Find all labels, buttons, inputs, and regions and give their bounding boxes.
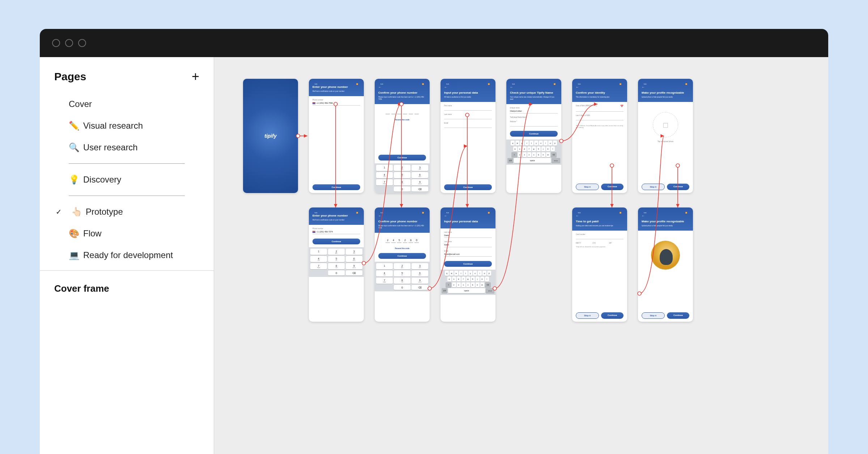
screen-confirm-code[interactable]: 9:41📶 ← Confirm your phone number Please…	[375, 79, 430, 193]
magnifier-icon: 🔍	[69, 142, 80, 153]
check-icon: ✓	[56, 207, 62, 216]
pages-header: Pages +	[40, 57, 214, 93]
page-item-ready[interactable]: 💻 Ready for development	[40, 244, 214, 266]
back-icon[interactable]: ←	[510, 85, 558, 89]
back-icon[interactable]: ←	[576, 214, 624, 218]
avatar-placeholder-icon[interactable]: ◻	[653, 112, 678, 137]
back-icon[interactable]: ←	[576, 85, 624, 89]
screen-payment[interactable]: 9:41📶 ← Time to get paid! Adding your de…	[572, 207, 627, 322]
calendar-icon[interactable]: 📅	[620, 105, 624, 108]
page-item-user-research[interactable]: 🔍 User research	[40, 137, 214, 158]
screen-phone-entry[interactable]: 9:41📶 Enter your phone number We'll text…	[309, 79, 364, 193]
app-logo: tipify	[264, 133, 276, 139]
prototype-screens: tipify 9:41📶 Enter your phone number We'…	[243, 79, 693, 336]
resend-link[interactable]: Resend the code	[378, 119, 426, 121]
screen-profile-upload[interactable]: 9:41📶 ← Make your profile recognizable U…	[638, 79, 693, 193]
continue-button[interactable]: Continue	[510, 131, 558, 137]
screen-personal-data[interactable]: 9:41📶 ← Input your personal data It'll h…	[441, 79, 495, 193]
window-close-dot[interactable]	[52, 39, 60, 47]
divider	[69, 196, 185, 196]
skip-button[interactable]: Skip it	[642, 184, 665, 190]
continue-button[interactable]: Continue	[444, 184, 492, 190]
page-item-flow[interactable]: 🎨 Flow	[40, 223, 214, 244]
bulb-icon: 💡	[69, 175, 80, 185]
design-canvas[interactable]: tipify 9:41📶 Enter your phone number We'…	[214, 57, 828, 454]
continue-button[interactable]: Continue	[312, 184, 360, 190]
pencil-icon: ✏️	[69, 121, 80, 131]
add-page-button[interactable]: +	[192, 70, 199, 83]
continue-button[interactable]: Continue	[667, 184, 689, 190]
screen-confirm-code-filled[interactable]: 9:41📶 ← Confirm your phone number Please…	[375, 207, 430, 322]
continue-button[interactable]: Continue	[601, 312, 624, 319]
screen-tipify-name[interactable]: 9:41📶 ← Check your unique Tipify Name Yo…	[506, 79, 561, 193]
skip-button[interactable]: Skip it	[642, 312, 665, 319]
pages-title: Pages	[54, 70, 86, 83]
skip-button[interactable]: Skip it	[576, 312, 599, 319]
page-item-prototype[interactable]: ✓ 👆🏻 Prototype	[40, 201, 214, 223]
continue-button[interactable]: Continue	[378, 155, 426, 160]
flag-icon	[312, 102, 315, 104]
screen-phone-entry-keypad[interactable]: 9:41📶 Enter your phone number We'll text…	[309, 207, 364, 322]
back-icon[interactable]: ←	[642, 85, 689, 89]
numeric-keypad[interactable]: 12ABC3DEF4GHI5JKL6MNO7PQRS8TUV9WXYZ0⌫	[375, 163, 430, 193]
continue-button[interactable]: Continue	[312, 239, 360, 244]
continue-button[interactable]: Continue	[444, 261, 492, 267]
window-minimize-dot[interactable]	[65, 39, 73, 47]
screen-splash[interactable]: tipify	[243, 79, 298, 193]
laptop-icon: 💻	[69, 250, 80, 260]
back-icon[interactable]: ←	[378, 214, 426, 218]
section-title: Cover frame	[40, 271, 214, 307]
page-item-visual-research[interactable]: ✏️ Visual research	[40, 115, 214, 137]
qwerty-keyboard[interactable]: qwertyuiopasdfghjkl⇧zxcvbnm⌫123spaceretu…	[441, 270, 495, 295]
hand-icon: 👆🏻	[71, 207, 82, 217]
screen-personal-data-filled[interactable]: 9:41📶 ← Input your personal data Last na…	[441, 207, 495, 322]
back-icon[interactable]: ←	[444, 214, 492, 218]
screen-profile-photo[interactable]: 9:41📶 ← Make your profile recognizable U…	[638, 207, 693, 322]
page-item-discovery[interactable]: 💡 Discovery	[40, 169, 214, 190]
avatar-photo[interactable]	[651, 241, 680, 270]
skip-button[interactable]: Skip it	[576, 184, 599, 190]
continue-button[interactable]: Continue	[667, 312, 689, 319]
window-titlebar	[40, 29, 828, 57]
palette-icon: 🎨	[69, 228, 80, 239]
continue-button[interactable]: Continue	[601, 184, 624, 190]
flag-icon	[312, 231, 315, 233]
page-item-cover[interactable]: Cover	[40, 93, 214, 115]
continue-button[interactable]: Continue	[378, 253, 426, 259]
back-icon[interactable]: ←	[642, 214, 689, 218]
divider	[69, 163, 185, 164]
pages-sidebar: Pages + Cover ✏️ Visual research 🔍 User …	[40, 57, 214, 454]
content-pane: Pages + Cover ✏️ Visual research 🔍 User …	[40, 57, 828, 454]
app-window: Pages + Cover ✏️ Visual research 🔍 User …	[40, 29, 828, 454]
resend-link[interactable]: Resend the code	[378, 247, 426, 249]
back-icon[interactable]: ←	[378, 85, 426, 89]
numeric-keypad[interactable]: 12ABC3DEF4GHI5JKL6MNO7PQRS8TUV9WXYZ0⌫	[309, 247, 364, 277]
back-icon[interactable]: ←	[444, 85, 492, 89]
qwerty-keyboard[interactable]: qwertyuiopasdfghjkl⇧zxcvbnm⌫123spaceretu…	[506, 140, 561, 165]
window-zoom-dot[interactable]	[78, 39, 86, 47]
screen-identity[interactable]: 9:41📶 ← Confirm your identity This infor…	[572, 79, 627, 193]
numeric-keypad[interactable]: 12ABC3DEF4GHI5JKL6MNO7PQRS8TUV9WXYZ0⌫	[375, 262, 430, 291]
